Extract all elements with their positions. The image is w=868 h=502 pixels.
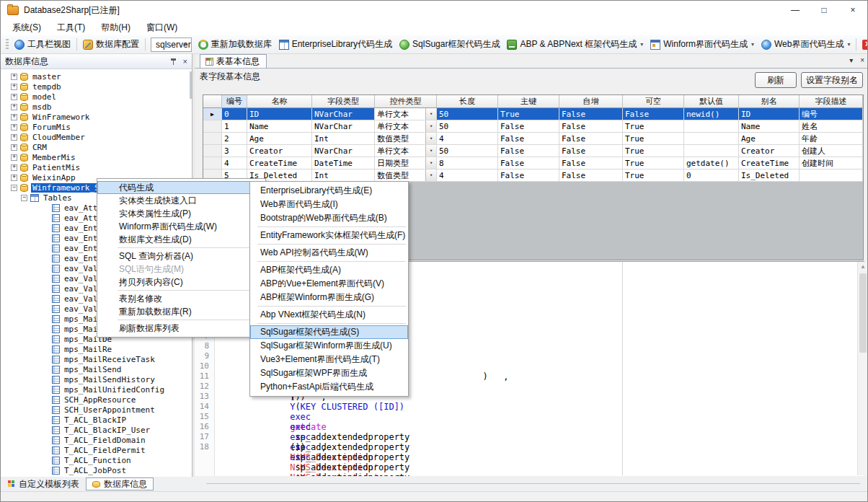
tree-scrollbar[interactable] [190, 71, 192, 99]
submenu-item[interactable]: Web界面代码生成(I) [250, 198, 408, 211]
tree-item[interactable]: mps_MailSendHistory [1, 374, 191, 384]
grid-cell-name[interactable]: Age [247, 133, 312, 145]
tree-item[interactable]: PatientMis [1, 162, 191, 172]
submenu-item[interactable]: Vue3+Element界面代码生成(T) [250, 353, 408, 366]
row-indicator-cell[interactable] [203, 108, 222, 120]
grid-cell-default[interactable]: 0 [684, 169, 739, 182]
grid-cell-length[interactable]: 50 [437, 145, 498, 157]
set-field-alias-button[interactable]: 设置字段别名 [801, 72, 863, 88]
tree-expander-icon[interactable] [11, 74, 17, 80]
grid-cell-length[interactable]: 50 [437, 120, 498, 133]
menu-bar-item[interactable]: 窗口(W) [141, 19, 187, 36]
submenu-item[interactable]: ABP的Vue+Element界面代码(V) [250, 277, 408, 291]
column-header[interactable]: 默认值 [684, 95, 739, 108]
context-menu-item[interactable]: 拷贝列表内容(C) [97, 276, 265, 289]
context-menu-item[interactable]: 表别名修改 [97, 292, 265, 305]
context-menu-item[interactable]: 刷新数据库列表 [97, 322, 265, 335]
tree-item[interactable]: model [1, 92, 191, 102]
row-indicator-cell[interactable] [203, 120, 222, 133]
column-header[interactable]: 控件类型 [375, 95, 437, 108]
grid-cell-description[interactable]: 编号 [800, 108, 863, 120]
menu-bar-item[interactable]: 帮助(H) [95, 19, 141, 36]
grid-cell-alias[interactable]: Name [739, 120, 800, 133]
scroll-up-icon[interactable]: ▲ [858, 262, 868, 272]
context-menu-item[interactable]: 实体类属性生成(P) [97, 207, 265, 220]
grid-cell-autoincrement[interactable]: False [559, 145, 623, 157]
tab-database-info[interactable]: 数据库信息 [86, 477, 154, 490]
column-header[interactable]: 编号 [222, 95, 247, 108]
column-header[interactable]: 别名 [739, 95, 800, 108]
tree-item[interactable]: ForumMis [1, 122, 191, 132]
tree-expander-icon[interactable] [11, 94, 17, 100]
grid-cell-alias[interactable]: CreateTime [739, 157, 800, 169]
maximize-button[interactable]: □ [810, 1, 838, 19]
grid-cell-fieldtype[interactable]: Int [312, 133, 375, 145]
cell-combo-arrow-icon[interactable]: ▾ [425, 133, 436, 144]
dock-close-icon[interactable]: × [183, 57, 187, 66]
tab-table-basic-info[interactable]: 表基本信息 [200, 54, 267, 68]
submenu-item[interactable]: SqlSugar框架代码生成(S) [250, 325, 408, 339]
grid-cell-name[interactable]: Name [247, 120, 312, 133]
cell-combo-arrow-icon[interactable]: ▾ [425, 157, 436, 169]
tree-expander-icon[interactable] [11, 154, 17, 161]
grid-cell-autoincrement[interactable]: False [559, 169, 623, 182]
grid-cell-num[interactable]: 2 [222, 133, 247, 145]
row-indicator-cell[interactable] [203, 157, 222, 169]
enterpriselibrary-gen-button[interactable]: EnterpriseLibrary代码生成 [275, 38, 396, 50]
grid-cell-fieldtype[interactable]: Int [312, 169, 375, 182]
exit-button[interactable]: 退出 [859, 38, 868, 50]
grid-cell-nullable[interactable]: True [623, 169, 684, 182]
grid-cell-length[interactable]: 4 [437, 133, 498, 145]
reload-db-button[interactable]: 重新加载数据库 [195, 38, 275, 50]
column-header[interactable]: 长度 [437, 95, 498, 108]
column-header[interactable]: 可空 [623, 95, 684, 108]
grid-cell-default[interactable] [684, 120, 739, 133]
cell-combo-arrow-icon[interactable]: ▾ [425, 169, 436, 181]
grid-cell-alias[interactable]: Is_Deleted [739, 169, 800, 182]
grid-cell-primarykey[interactable]: False [498, 169, 559, 182]
grid-cell-length[interactable]: 4 [437, 169, 498, 182]
grid-cell-name[interactable]: CreateTime [247, 157, 312, 169]
tree-expander-icon[interactable] [11, 134, 17, 141]
grid-cell-name[interactable]: Creator [247, 145, 312, 157]
grid-cell-alias[interactable]: Age [739, 133, 800, 145]
grid-cell-fieldtype[interactable]: NVarChar [312, 120, 375, 133]
grid-cell-primarykey[interactable]: False [498, 120, 559, 133]
grid-cell-fieldtype[interactable]: NVarChar [312, 108, 375, 120]
grid-cell-controltype[interactable]: 日期类型▾ [375, 157, 437, 169]
grid-cell-primarykey[interactable]: False [498, 133, 559, 145]
tree-expander-icon[interactable] [11, 185, 17, 191]
tree-item[interactable]: msdb [1, 102, 191, 112]
toolbar-grip[interactable] [6, 39, 9, 50]
grid-cell-num[interactable]: 3 [222, 145, 247, 157]
grid-cell-alias[interactable]: ID [739, 108, 800, 120]
grid-cell-description[interactable] [800, 169, 863, 182]
winform-gen-button[interactable]: Winform界面代码生成▾ [647, 38, 758, 50]
chevron-down-icon[interactable]: ▾ [640, 41, 643, 48]
context-menu-item[interactable]: 代码生成 [97, 181, 265, 194]
grid-cell-nullable[interactable]: True [623, 157, 684, 169]
grid-cell-controltype[interactable]: 单行文本▾ [375, 145, 437, 157]
tree-item[interactable]: CRM [1, 142, 191, 152]
tree-item[interactable]: tempdb [1, 82, 191, 92]
web-gen-button[interactable]: Web界面代码生成▾ [758, 38, 854, 50]
tree-item[interactable]: SCH_UserAppointment [1, 405, 191, 415]
menu-bar-item[interactable]: 系统(S) [6, 19, 51, 36]
scrollbar-thumb[interactable] [859, 273, 867, 353]
abp-gen-button[interactable]: ABP & ABPNext 框架代码生成▾ [503, 38, 647, 50]
context-menu-item[interactable]: SQL 查询分析器(A) [97, 250, 265, 263]
grid-cell-description[interactable]: 创建人 [800, 145, 863, 157]
tree-item[interactable]: T_ACL_JobPost [1, 465, 191, 475]
context-menu-item[interactable]: 实体类生成快速入口 [97, 194, 265, 207]
column-header[interactable]: 自增 [559, 95, 623, 108]
table-row[interactable]: 2 Age Int 数值类型▾ 4 False False True Age 年… [203, 133, 863, 145]
cell-combo-arrow-icon[interactable]: ▾ [425, 108, 436, 120]
submenu-item[interactable]: SqlSugar框架WPF界面生成 [250, 366, 408, 380]
tree-expander-icon[interactable] [11, 164, 17, 171]
tree-item[interactable]: T_ACL_Function [1, 455, 191, 465]
tree-item[interactable]: mps_MailRe [1, 344, 191, 354]
tree-expander-icon[interactable] [11, 144, 17, 151]
tree-item[interactable]: mps_MailReceiveTask [1, 354, 191, 364]
grid-cell-num[interactable]: 0 [222, 108, 247, 120]
submenu-item[interactable]: EntityFramework实体框架代码生成(F) [250, 229, 408, 242]
